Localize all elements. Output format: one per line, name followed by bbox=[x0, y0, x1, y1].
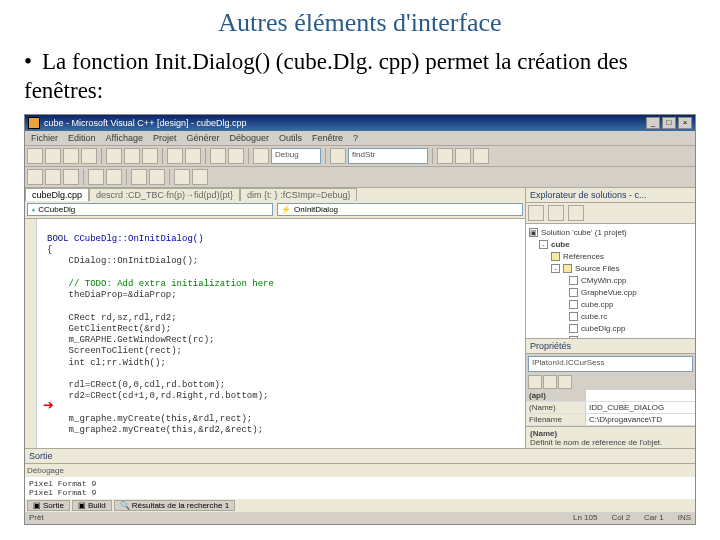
toolbox-button[interactable] bbox=[63, 169, 79, 185]
folder-icon bbox=[563, 264, 572, 273]
menu-project[interactable]: Projet bbox=[153, 133, 177, 143]
save-all-button[interactable] bbox=[81, 148, 97, 164]
editor-pane: cubeDlg.cpp descrd :CD_TBC·fn(p)→fid(pd)… bbox=[25, 188, 525, 448]
member-dropdown[interactable]: ⚡OnInitDialog bbox=[277, 203, 523, 216]
bookmark-button[interactable] bbox=[88, 169, 104, 185]
tree-file-item[interactable]: GrapheVue.cpp bbox=[529, 287, 692, 299]
find-button[interactable] bbox=[330, 148, 346, 164]
expand-icon[interactable]: - bbox=[539, 240, 548, 249]
menu-debug[interactable]: Déboguer bbox=[229, 133, 269, 143]
uncomment-button[interactable] bbox=[192, 169, 208, 185]
copy-button[interactable] bbox=[124, 148, 140, 164]
indent-more-button[interactable] bbox=[149, 169, 165, 185]
nav-fwd-button[interactable] bbox=[228, 148, 244, 164]
editor-tab-2[interactable]: descrd :CD_TBC·fn(p)→fid(pd){pt} bbox=[89, 188, 240, 201]
open-button[interactable] bbox=[45, 148, 61, 164]
properties-title: Propriétés bbox=[526, 339, 695, 354]
right-dock: Explorateur de solutions - c... ▣Solutio… bbox=[525, 188, 695, 448]
indent-less-button[interactable] bbox=[131, 169, 147, 185]
app-icon bbox=[28, 117, 40, 129]
code-line: m_GRAPHE.GetWindowRect(rc); bbox=[47, 335, 214, 345]
save-button[interactable] bbox=[63, 148, 79, 164]
find-dropdown[interactable]: findStr bbox=[348, 148, 428, 164]
lightning-icon: ⚡ bbox=[281, 205, 291, 214]
window-titlebar[interactable]: cube - Microsoft Visual C++ [design] - c… bbox=[25, 115, 695, 131]
code-line: theDiaProp=&diaProp; bbox=[47, 290, 177, 300]
menu-window[interactable]: Fenêtre bbox=[312, 133, 343, 143]
prop-value[interactable]: C:\D\progavance\TD bbox=[586, 414, 695, 425]
cpp-file-icon bbox=[569, 300, 578, 309]
menu-help[interactable]: ? bbox=[353, 133, 358, 143]
prop-section[interactable]: (apl) bbox=[526, 390, 586, 401]
prop-key: (Name) bbox=[526, 402, 586, 413]
tree-file-item[interactable]: cubeDlg.cpp bbox=[529, 323, 692, 335]
status-char: Car 1 bbox=[644, 513, 664, 522]
menu-view[interactable]: Affichage bbox=[106, 133, 143, 143]
tree-project-node[interactable]: -cube bbox=[529, 239, 692, 251]
comment-button[interactable] bbox=[174, 169, 190, 185]
code-line: rd2=CRect(cd+1,0,rd.Right,rd.bottom); bbox=[47, 391, 268, 401]
sol-toolbar-btn-3[interactable] bbox=[568, 205, 584, 221]
editor-tab-active[interactable]: cubeDlg.cpp bbox=[25, 188, 89, 201]
class-view-button[interactable] bbox=[27, 169, 43, 185]
nav-back-button[interactable] bbox=[210, 148, 226, 164]
cut-button[interactable] bbox=[106, 148, 122, 164]
menu-file[interactable]: Fichier bbox=[31, 133, 58, 143]
props-events-button[interactable] bbox=[558, 375, 572, 389]
cpp-file-icon bbox=[569, 276, 578, 285]
code-line: ScreenToClient(rect); bbox=[47, 346, 182, 356]
menu-bar: Fichier Edition Affichage Projet Générer… bbox=[25, 131, 695, 146]
prop-value[interactable]: IDD_CUBE_DIALOG bbox=[586, 402, 695, 413]
sol-toolbar-btn-2[interactable] bbox=[548, 205, 564, 221]
tree-source-folder[interactable]: -Source Files bbox=[529, 263, 692, 275]
code-editor[interactable]: BOOL CCubeDlg::OnInitDialog() { CDialog:… bbox=[25, 219, 525, 448]
props-categorized-button[interactable] bbox=[528, 375, 542, 389]
misc-button-3[interactable] bbox=[473, 148, 489, 164]
maximize-button[interactable]: □ bbox=[662, 117, 676, 129]
menu-edit[interactable]: Edition bbox=[68, 133, 96, 143]
tree-file-item[interactable]: cube.cpp bbox=[529, 299, 692, 311]
solution-tree[interactable]: ▣Solution 'cube' (1 projet) -cube Référe… bbox=[526, 224, 695, 338]
tree-solution-node[interactable]: ▣Solution 'cube' (1 projet) bbox=[529, 227, 692, 239]
list-button[interactable] bbox=[106, 169, 122, 185]
bottom-tab-output[interactable]: ▣ Sortie bbox=[27, 500, 70, 511]
rc-file-icon bbox=[569, 312, 578, 321]
expand-icon[interactable]: - bbox=[551, 264, 560, 273]
output-text[interactable]: Pixel Format 9 Pixel Format 9 bbox=[25, 477, 695, 499]
properties-object-dropdown[interactable]: IPlatonId.ICCurSess bbox=[528, 356, 693, 372]
tree-references-node[interactable]: Références bbox=[529, 251, 692, 263]
paste-button[interactable] bbox=[142, 148, 158, 164]
slide-bullet: La fonction Init.Dialog() (cube.Dlg. cpp… bbox=[24, 48, 696, 106]
start-debug-button[interactable] bbox=[253, 148, 269, 164]
ide-window: cube - Microsoft Visual C++ [design] - c… bbox=[24, 114, 696, 525]
code-line: BOOL CCubeDlg::OnInitDialog() bbox=[47, 234, 204, 244]
properties-panel: Propriétés IPlatonId.ICCurSess (apl) (Na… bbox=[526, 338, 695, 448]
misc-button-1[interactable] bbox=[437, 148, 453, 164]
tree-file-item[interactable]: CMyWin.cpp bbox=[529, 275, 692, 287]
tree-file-item[interactable]: cube.rc bbox=[529, 311, 692, 323]
code-line: m_graphe.myCreate(this,&rdl,rect); bbox=[47, 414, 252, 424]
menu-build[interactable]: Générer bbox=[186, 133, 219, 143]
config-dropdown[interactable]: Debug bbox=[271, 148, 321, 164]
props-alpha-button[interactable] bbox=[543, 375, 557, 389]
class-dropdown[interactable]: ⬧ CCubeDlg bbox=[27, 203, 273, 216]
output-panel-title: Sortie bbox=[25, 449, 695, 464]
minimize-button[interactable]: _ bbox=[646, 117, 660, 129]
undo-button[interactable] bbox=[167, 148, 183, 164]
properties-description: (Name) Définit le nom de référence de l'… bbox=[526, 426, 695, 448]
code-line: m_graphe2.myCreate(this,&rd2,&rect); bbox=[47, 425, 263, 435]
new-button[interactable] bbox=[27, 148, 43, 164]
properties-grid[interactable]: (apl) (Name)IDD_CUBE_DIALOG FilenameC:\D… bbox=[526, 390, 695, 426]
cpp-file-icon bbox=[569, 324, 578, 333]
editor-tab-3[interactable]: dim {t: } :fCSImpr=Debug} bbox=[240, 188, 357, 201]
redo-button[interactable] bbox=[185, 148, 201, 164]
bottom-tab-search[interactable]: 🔍 Résultats de la recherche 1 bbox=[114, 500, 235, 511]
menu-tools[interactable]: Outils bbox=[279, 133, 302, 143]
sol-toolbar-btn-1[interactable] bbox=[528, 205, 544, 221]
window-title: cube - Microsoft Visual C++ [design] - c… bbox=[44, 118, 246, 128]
misc-button-2[interactable] bbox=[455, 148, 471, 164]
prop-button[interactable] bbox=[45, 169, 61, 185]
bottom-tab-build[interactable]: ▣ Build bbox=[72, 500, 112, 511]
close-button[interactable]: × bbox=[678, 117, 692, 129]
code-line: GetClientRect(&rd); bbox=[47, 324, 171, 334]
